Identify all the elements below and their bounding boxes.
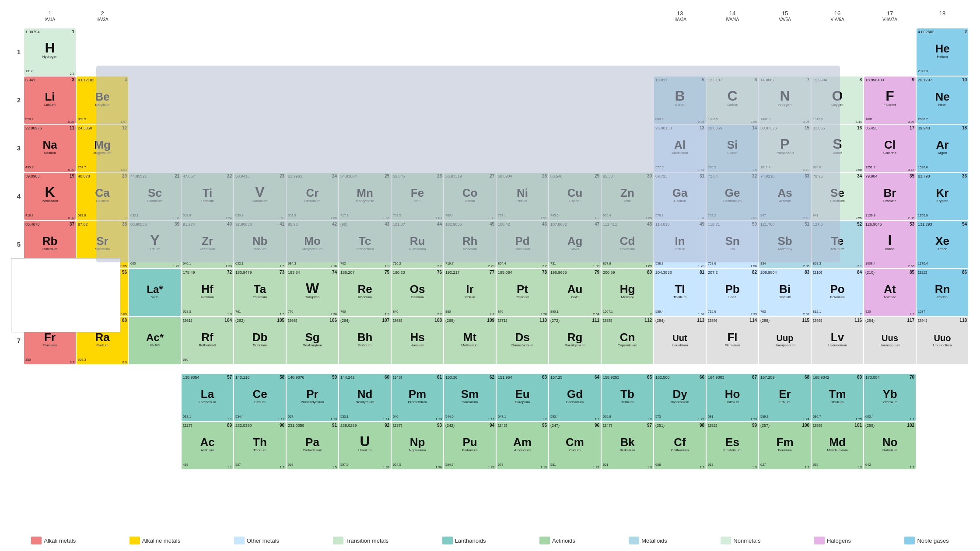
legend-color-swatch bbox=[442, 537, 453, 544]
legend-item: Noble gases bbox=[904, 537, 948, 544]
legend-item: Actinoids bbox=[539, 537, 575, 544]
legend-item-label: Actinoids bbox=[552, 537, 575, 544]
legend-item: Other metals bbox=[234, 537, 279, 544]
title-overlay bbox=[96, 66, 840, 262]
legend-item-label: Alkaline metals bbox=[142, 537, 180, 544]
legend: Alkali metals Alkaline metals Other meta… bbox=[4, 537, 976, 544]
legend-item-label: Transition metals bbox=[346, 537, 389, 544]
legend-item-label: Metalloids bbox=[641, 537, 667, 544]
legend-item-label: Noble gases bbox=[917, 537, 948, 544]
legend-item: Metalloids bbox=[629, 537, 667, 544]
legend-color-swatch bbox=[234, 537, 245, 544]
legend-item: Alkaline metals bbox=[130, 537, 180, 544]
legend-color-swatch bbox=[814, 537, 825, 544]
legend-item-label: Halogens bbox=[827, 537, 851, 544]
legend-item-label: Lanthanoids bbox=[455, 537, 486, 544]
legend-color-swatch bbox=[629, 537, 639, 544]
legend-color-swatch bbox=[130, 537, 140, 544]
element-info-box bbox=[11, 258, 120, 332]
legend-color-swatch bbox=[333, 537, 343, 544]
legend-color-swatch bbox=[539, 537, 550, 544]
legend-color-swatch bbox=[31, 537, 42, 544]
legend-item: Alkali metals bbox=[31, 537, 76, 544]
legend-item: Nonmetals bbox=[721, 537, 760, 544]
legend-item: Halogens bbox=[814, 537, 851, 544]
legend-item-label: Nonmetals bbox=[733, 537, 760, 544]
legend-item-label: Other metals bbox=[247, 537, 279, 544]
legend-color-swatch bbox=[721, 537, 731, 544]
legend-color-swatch bbox=[904, 537, 915, 544]
legend-item: Transition metals bbox=[333, 537, 389, 544]
legend-item-label: Alkali metals bbox=[44, 537, 76, 544]
legend-item: Lanthanoids bbox=[442, 537, 486, 544]
